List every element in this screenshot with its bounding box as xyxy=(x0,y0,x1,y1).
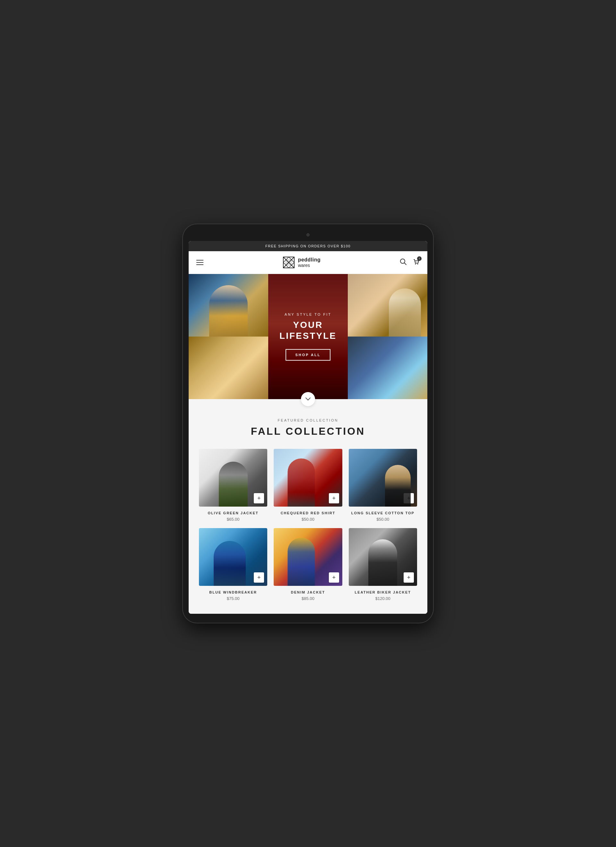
hero-cell-1 xyxy=(189,274,268,336)
header-icons: 1 xyxy=(400,258,420,267)
product-price-3: $50.00 xyxy=(349,517,417,522)
product-image-5: + xyxy=(274,528,342,586)
hero-cell-center: ANY STYLE TO FIT YOUR LIFESTYLE SHOP ALL xyxy=(268,274,348,399)
add-to-cart-button-4[interactable]: + xyxy=(254,573,264,583)
product-card-1[interactable]: + OLIVE GREEN JACKET $65.00 xyxy=(199,449,267,522)
product-card-2[interactable]: + CHEQUERED RED SHIRT $50.00 xyxy=(274,449,342,522)
product-price-6: $120.00 xyxy=(349,596,417,601)
cart-button[interactable]: 1 xyxy=(412,258,420,267)
add-to-cart-button-5[interactable]: + xyxy=(329,573,339,583)
section-label: FEATURED COLLECTION xyxy=(199,418,417,422)
brand-name: peddling xyxy=(298,257,321,263)
hero-cell-3 xyxy=(348,274,427,336)
product-price-1: $65.00 xyxy=(199,517,267,522)
logo[interactable]: peddling wares xyxy=(283,256,321,269)
product-name-1: OLIVE GREEN JACKET xyxy=(199,511,267,515)
product-image-2: + xyxy=(274,449,342,507)
announcement-bar: FREE SHIPPING ON ORDERS OVER $100 xyxy=(189,241,427,251)
tablet-screen: FREE SHIPPING ON ORDERS OVER $100 peddli… xyxy=(189,241,427,614)
section-title: FALL COLLECTION xyxy=(199,425,417,437)
menu-line-1 xyxy=(196,260,204,261)
product-price-5: $85.00 xyxy=(274,596,342,601)
featured-section: FEATURED COLLECTION FALL COLLECTION + OL… xyxy=(189,399,427,614)
product-price-4: $75.00 xyxy=(199,596,267,601)
hero-image-4 xyxy=(189,336,268,399)
product-card-4[interactable]: + BLUE WINDBREAKER $75.00 xyxy=(199,528,267,601)
chevron-down-icon xyxy=(306,397,310,401)
hero-subtitle: ANY STYLE TO FIT xyxy=(285,313,331,316)
product-card-5[interactable]: + DENIM JACKET $85.00 xyxy=(274,528,342,601)
tablet-frame: FREE SHIPPING ON ORDERS OVER $100 peddli… xyxy=(183,224,433,623)
brand-sub: wares xyxy=(298,263,321,268)
svg-point-8 xyxy=(417,263,418,264)
hero-image-3 xyxy=(348,274,427,336)
announcement-text: FREE SHIPPING ON ORDERS OVER $100 xyxy=(265,244,351,248)
hero-title: YOUR LIFESTYLE xyxy=(275,320,341,341)
product-card-3[interactable]: + LONG SLEEVE COTTON TOP $50.00 xyxy=(349,449,417,522)
product-name-2: CHEQUERED RED SHIRT xyxy=(274,511,342,515)
product-image-1: + xyxy=(199,449,267,507)
hero-image-5 xyxy=(348,336,427,399)
search-button[interactable] xyxy=(400,258,407,267)
svg-rect-3 xyxy=(285,259,292,266)
menu-button[interactable] xyxy=(196,260,204,265)
search-icon xyxy=(400,258,407,265)
hero-cell-5 xyxy=(348,336,427,399)
products-grid: + OLIVE GREEN JACKET $65.00 + CHEQUERED … xyxy=(199,449,417,601)
hero-grid: ANY STYLE TO FIT YOUR LIFESTYLE SHOP ALL xyxy=(189,274,427,399)
logo-text: peddling wares xyxy=(298,257,321,268)
add-to-cart-button-2[interactable]: + xyxy=(329,493,339,503)
add-to-cart-button-1[interactable]: + xyxy=(254,493,264,503)
header: peddling wares 1 xyxy=(189,251,427,274)
product-name-6: LEATHER BIKER JACKET xyxy=(349,590,417,594)
product-price-2: $50.00 xyxy=(274,517,342,522)
product-card-6[interactable]: + LEATHER BIKER JACKET $120.00 xyxy=(349,528,417,601)
product-name-4: BLUE WINDBREAKER xyxy=(199,590,267,594)
svg-point-7 xyxy=(415,263,416,264)
add-to-cart-button-3[interactable]: + xyxy=(403,493,414,503)
cart-badge: 1 xyxy=(417,256,422,261)
scroll-down-button[interactable] xyxy=(301,392,315,406)
menu-line-3 xyxy=(196,264,204,265)
product-name-5: DENIM JACKET xyxy=(274,590,342,594)
product-image-3: + xyxy=(349,449,417,507)
add-to-cart-button-6[interactable]: + xyxy=(403,573,414,583)
shop-all-button[interactable]: SHOP ALL xyxy=(285,349,330,361)
menu-line-2 xyxy=(196,262,204,263)
svg-line-6 xyxy=(405,263,406,265)
hero-overlay: ANY STYLE TO FIT YOUR LIFESTYLE SHOP ALL xyxy=(268,274,348,399)
tablet-camera xyxy=(306,233,310,236)
product-image-6: + xyxy=(349,528,417,586)
hero-image-1 xyxy=(189,274,268,336)
product-name-3: LONG SLEEVE COTTON TOP xyxy=(349,511,417,515)
hero-cell-4 xyxy=(189,336,268,399)
hero-section: ANY STYLE TO FIT YOUR LIFESTYLE SHOP ALL xyxy=(189,274,427,399)
product-image-4: + xyxy=(199,528,267,586)
logo-icon xyxy=(283,256,295,269)
product-image-bg-3 xyxy=(349,449,417,507)
